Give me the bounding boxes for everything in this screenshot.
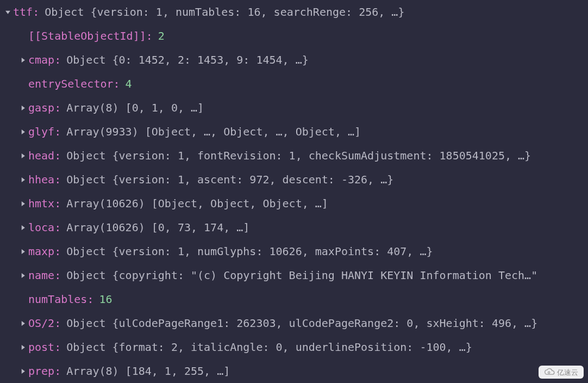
colon: : — [87, 287, 93, 311]
property-value: Object {version: 1, ascent: 972, descent… — [66, 168, 393, 192]
property-key: glyf — [28, 120, 54, 144]
colon: : — [54, 96, 61, 120]
property-key: hhea — [28, 168, 54, 192]
property-key: ttf — [13, 0, 33, 24]
tree-row: entrySelector:4 — [0, 72, 588, 96]
property-value: Object {copyright: "(c) Copyright Beijin… — [66, 263, 537, 287]
colon: : — [54, 168, 61, 192]
colon: : — [114, 72, 120, 96]
colon: : — [54, 239, 61, 263]
tree-row[interactable]: maxp:Object {version: 1, numGlyphs: 1062… — [0, 239, 588, 263]
chevron-right-icon[interactable] — [18, 271, 27, 280]
property-key: loca — [28, 215, 54, 239]
tree-row[interactable]: prep:Array(8) [184, 1, 255, …] — [0, 359, 588, 383]
chevron-right-icon[interactable] — [18, 127, 27, 136]
property-value: Object {format: 2, italicAngle: 0, under… — [66, 335, 472, 359]
chevron-right-icon[interactable] — [18, 103, 27, 112]
property-value: Array(8) [184, 1, 255, …] — [66, 359, 230, 383]
colon: : — [54, 215, 61, 239]
property-value: Object {version: 1, fontRevision: 1, che… — [66, 144, 531, 168]
tree-row[interactable]: hmtx:Array(10626) [Object, Object, Objec… — [0, 192, 588, 215]
tree-row[interactable]: hhea:Object {version: 1, ascent: 972, de… — [0, 168, 588, 192]
chevron-down-icon[interactable] — [3, 8, 12, 16]
colon: : — [54, 263, 61, 287]
colon: : — [54, 144, 61, 168]
colon: : — [54, 311, 61, 335]
property-value: Array(10626) [0, 73, 174, …] — [66, 215, 249, 239]
tree-row: [[StableObjectId]]:2 — [0, 24, 588, 48]
colon: : — [54, 359, 61, 383]
property-value: Object {version: 1, numGlyphs: 10626, ma… — [66, 239, 433, 263]
property-value: Object {0: 1452, 2: 1453, 9: 1454, …} — [66, 48, 309, 72]
tree-row[interactable]: OS/2:Object {ulCodePageRange1: 262303, u… — [0, 311, 588, 335]
property-key: name — [28, 263, 54, 287]
chevron-right-icon[interactable] — [18, 223, 27, 232]
property-value: Array(8) [0, 1, 0, …] — [66, 96, 204, 120]
property-key: gasp — [28, 96, 54, 120]
property-value: Array(10626) [Object, Object, Object, …] — [66, 192, 328, 215]
chevron-right-icon[interactable] — [18, 55, 27, 64]
tree-row[interactable]: glyf:Array(9933) [Object, …, Object, …, … — [0, 120, 588, 144]
chevron-right-icon[interactable] — [18, 343, 27, 351]
property-value: Array(9933) [Object, …, Object, …, Objec… — [66, 120, 361, 144]
property-key: numTables — [28, 287, 87, 311]
tree-row: numTables:16 — [0, 287, 588, 311]
chevron-right-icon[interactable] — [18, 247, 27, 256]
tree-row[interactable]: name:Object {copyright: "(c) Copyright B… — [0, 263, 588, 287]
property-key: head — [28, 144, 54, 168]
property-key: cmap — [28, 48, 54, 72]
chevron-right-icon[interactable] — [18, 151, 27, 160]
tree-row[interactable]: gasp:Array(8) [0, 1, 0, …] — [0, 96, 588, 120]
chevron-right-icon[interactable] — [18, 199, 27, 208]
chevron-right-icon[interactable] — [18, 319, 27, 328]
property-key: OS/2 — [28, 311, 54, 335]
tree-row[interactable]: head:Object {version: 1, fontRevision: 1… — [0, 144, 588, 168]
colon: : — [54, 48, 61, 72]
property-value-number: 2 — [158, 24, 165, 48]
property-value: Object {version: 1, numTables: 16, searc… — [45, 0, 404, 24]
chevron-right-icon[interactable] — [18, 175, 27, 184]
tree-row[interactable]: loca:Array(10626) [0, 73, 174, …] — [0, 215, 588, 239]
colon: : — [146, 24, 153, 48]
property-key: prep — [28, 359, 54, 383]
object-tree: ttf:Object {version: 1, numTables: 16, s… — [0, 0, 588, 383]
colon: : — [33, 0, 39, 24]
property-key: maxp — [28, 239, 54, 263]
property-value-number: 16 — [99, 287, 112, 311]
colon: : — [54, 120, 61, 144]
watermark-text: 亿速云 — [557, 369, 578, 376]
property-key: hmtx — [28, 192, 54, 215]
chevron-right-icon[interactable] — [18, 367, 27, 375]
watermark-badge: 亿速云 — [539, 366, 584, 379]
colon: : — [54, 192, 61, 215]
property-value-number: 4 — [126, 72, 132, 96]
tree-row[interactable]: cmap:Object {0: 1452, 2: 1453, 9: 1454, … — [0, 48, 588, 72]
colon: : — [54, 335, 61, 359]
property-key: [[StableObjectId]] — [28, 24, 146, 48]
property-key: post — [28, 335, 54, 359]
tree-row[interactable]: post:Object {format: 2, italicAngle: 0, … — [0, 335, 588, 359]
cloud-icon — [544, 368, 555, 376]
svg-point-0 — [548, 372, 550, 373]
property-value: Object {ulCodePageRange1: 262303, ulCode… — [66, 311, 537, 335]
property-key: entrySelector — [28, 72, 114, 96]
tree-root-row[interactable]: ttf:Object {version: 1, numTables: 16, s… — [0, 0, 588, 24]
